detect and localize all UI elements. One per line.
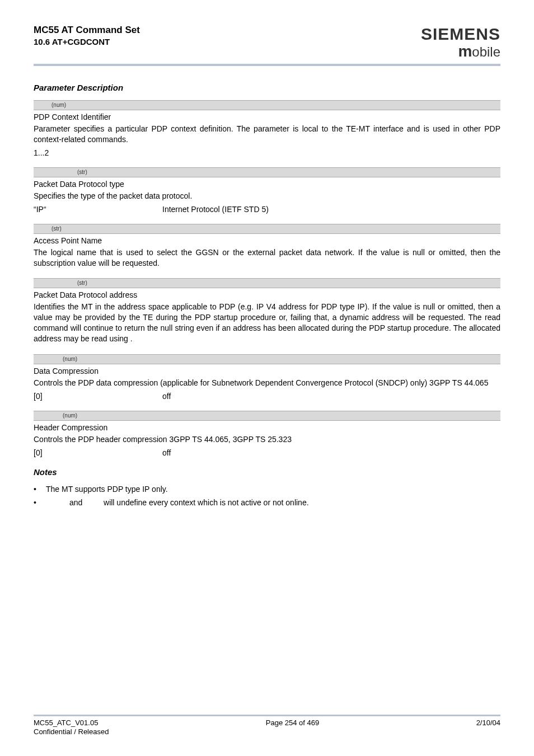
bullet-icon: • bbox=[34, 485, 46, 494]
footer-date: 2/10/04 bbox=[476, 719, 500, 736]
param-value: 1...2 bbox=[34, 148, 500, 157]
ip-label: “IP“ bbox=[34, 205, 162, 214]
section-title: Parameter Description bbox=[34, 83, 500, 92]
param-hcomp: (num) Header Compression Controls the PD… bbox=[34, 411, 500, 457]
param-bar: (num) bbox=[34, 411, 500, 421]
brand-logo: SIEMENS mobile bbox=[421, 25, 500, 60]
param-body: The logical name that is used to select … bbox=[34, 247, 500, 269]
param-bar: (str) bbox=[34, 224, 500, 234]
param-bar: (num) bbox=[34, 354, 500, 364]
param-bar: (str) bbox=[34, 278, 500, 288]
page-header: MC55 AT Command Set 10.6 AT+CGDCONT SIEM… bbox=[34, 25, 500, 60]
note-and: and bbox=[69, 498, 82, 507]
param-title: Packet Data Protocol type bbox=[34, 180, 500, 189]
note-item: • and will undefine every context which … bbox=[34, 498, 500, 507]
note-text: The MT supports PDP type IP only. bbox=[46, 485, 168, 494]
bullet-icon: • bbox=[34, 498, 46, 507]
param-sup: (num) bbox=[63, 412, 77, 419]
param-pdpaddr: (str) Packet Data Protocol address Ident… bbox=[34, 278, 500, 344]
note-item: • The MT supports PDP type IP only. bbox=[34, 485, 500, 494]
footer-page: Page 254 of 469 bbox=[266, 719, 319, 736]
footer-confidential: Confidential / Released bbox=[34, 727, 109, 736]
param-body: Controls the PDP header compression 3GPP… bbox=[34, 434, 500, 445]
value-label: [0] bbox=[34, 448, 162, 457]
value-row: [0] off bbox=[34, 392, 500, 401]
value-desc: off bbox=[162, 448, 171, 457]
notes-title: Notes bbox=[34, 467, 500, 477]
doc-section: 10.6 AT+CGDCONT bbox=[34, 37, 140, 46]
value-desc: off bbox=[162, 392, 171, 401]
param-sup: (str) bbox=[77, 169, 87, 175]
param-sup: (str) bbox=[51, 226, 62, 232]
param-body: Controls the PDP data compression (appli… bbox=[34, 378, 500, 388]
value-row: [0] off bbox=[34, 448, 500, 457]
footer-left: MC55_ATC_V01.05 Confidential / Released bbox=[34, 719, 109, 736]
note-text: and will undefine every context which is… bbox=[46, 498, 309, 507]
brand-name: SIEMENS bbox=[421, 25, 500, 44]
brand-sub-text: obile bbox=[472, 44, 500, 59]
footer-version: MC55_ATC_V01.05 bbox=[34, 719, 109, 727]
param-title: Data Compression bbox=[34, 367, 500, 375]
doc-title: MC55 AT Command Set bbox=[34, 25, 140, 36]
param-title: PDP Context Identifier bbox=[34, 112, 500, 121]
param-sup: (str) bbox=[77, 280, 87, 286]
param-body: Identifies the MT in the address space a… bbox=[34, 302, 500, 344]
param-pdptype: (str) Packet Data Protocol type Specifie… bbox=[34, 167, 500, 214]
param-bar: (num) bbox=[34, 100, 500, 110]
param-sup: (num) bbox=[51, 102, 66, 108]
param-apn: (str) Access Point Name The logical name… bbox=[34, 224, 500, 269]
param-dcomp: (num) Data Compression Controls the PDP … bbox=[34, 354, 500, 401]
value-label: [0] bbox=[34, 392, 162, 401]
param-title: Packet Data Protocol address bbox=[34, 290, 500, 299]
note-rest: will undefine every context which is not… bbox=[104, 498, 309, 507]
ip-desc: Internet Protocol (IETF STD 5) bbox=[162, 205, 269, 214]
brand-sub: mobile bbox=[421, 43, 500, 60]
param-body: Parameter specifies a particular PDP con… bbox=[34, 124, 500, 145]
page-footer: MC55_ATC_V01.05 Confidential / Released … bbox=[34, 715, 500, 736]
footer-row: MC55_ATC_V01.05 Confidential / Released … bbox=[34, 719, 500, 736]
param-body: Specifies the type of the packet data pr… bbox=[34, 191, 500, 201]
header-left: MC55 AT Command Set 10.6 AT+CGDCONT bbox=[34, 25, 140, 46]
ip-row: “IP“ Internet Protocol (IETF STD 5) bbox=[34, 205, 500, 214]
param-bar: (str) bbox=[34, 167, 500, 177]
param-cid: (num) PDP Context Identifier Parameter s… bbox=[34, 100, 500, 157]
param-title: Access Point Name bbox=[34, 236, 500, 245]
footer-rule bbox=[34, 715, 500, 716]
param-sup: (num) bbox=[63, 356, 77, 362]
header-rule bbox=[34, 64, 500, 66]
param-title: Header Compression bbox=[34, 423, 500, 432]
